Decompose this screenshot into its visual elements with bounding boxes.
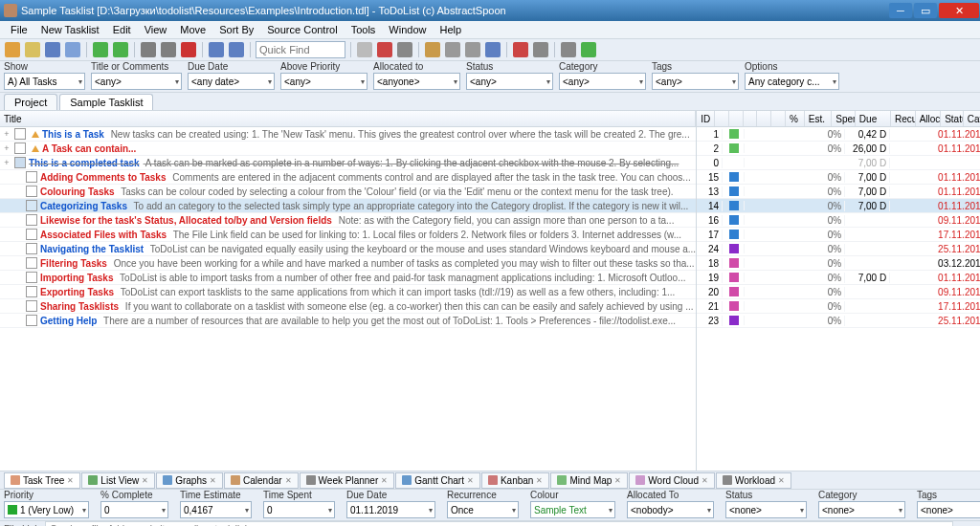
- new-task-icon[interactable]: [93, 42, 108, 57]
- file-link-input[interactable]: [45, 521, 953, 526]
- task-detail-row[interactable]: 10%0,42 D01.11.2019: [697, 127, 980, 142]
- task-row[interactable]: Likewise for the task's Status, Allocate…: [0, 213, 696, 228]
- view-tab-calendar[interactable]: Calendar✕: [224, 472, 299, 489]
- minimize-button[interactable]: ─: [889, 3, 912, 18]
- field-due[interactable]: 01.11.2019: [346, 501, 435, 518]
- task-checkbox[interactable]: [26, 229, 37, 240]
- edit-icon[interactable]: [141, 42, 156, 57]
- task-checkbox[interactable]: [14, 142, 26, 154]
- col-blank[interactable]: [715, 111, 729, 126]
- close-view-icon[interactable]: ✕: [142, 476, 148, 485]
- col-blank[interactable]: [744, 111, 758, 126]
- view-tab-week-planner[interactable]: Week Planner✕: [300, 472, 395, 489]
- task-detail-row[interactable]: 20%26,00 D01.11.2019: [697, 142, 980, 156]
- field-priority[interactable]: 1 (Very Low): [4, 501, 89, 518]
- task-row[interactable]: Getting Help There are a number of resou…: [0, 314, 696, 328]
- close-view-icon[interactable]: ✕: [285, 476, 292, 485]
- task-row[interactable]: Adding Comments to Tasks Comments are en…: [0, 170, 696, 185]
- task-checkbox[interactable]: [26, 186, 37, 197]
- view-tab-task-tree[interactable]: Task Tree✕: [4, 472, 80, 489]
- menu-window[interactable]: Window: [382, 23, 433, 36]
- col-id[interactable]: ID: [697, 111, 715, 126]
- menu-sort-by[interactable]: Sort By: [212, 23, 260, 36]
- task-detail-row[interactable]: 140%7,00 D01.11.2019: [697, 199, 980, 213]
- toggle-icon[interactable]: [445, 42, 460, 57]
- task-row[interactable]: Exporting Tasks ToDoList can export task…: [0, 285, 696, 299]
- expand-icon[interactable]: +: [2, 129, 11, 139]
- filter-title[interactable]: <any>: [91, 73, 182, 90]
- col-blank[interactable]: [771, 111, 786, 126]
- task-detail-row[interactable]: 240%25.11.2019: [697, 242, 980, 256]
- task-checkbox[interactable]: [26, 243, 37, 254]
- close-view-icon[interactable]: ✕: [614, 476, 621, 485]
- col-due[interactable]: Due: [856, 111, 891, 126]
- menu-source-control[interactable]: Source Control: [260, 23, 344, 36]
- task-checkbox[interactable]: [26, 315, 37, 326]
- filter-opt[interactable]: Any category c...: [745, 73, 839, 90]
- task-checkbox[interactable]: [26, 214, 37, 226]
- menu-tools[interactable]: Tools: [345, 23, 383, 36]
- filter-prio[interactable]: <any>: [280, 73, 368, 90]
- redo-icon[interactable]: [229, 42, 244, 57]
- field-recur[interactable]: Once: [447, 501, 519, 518]
- undo-icon[interactable]: [209, 42, 224, 57]
- view-tab-kanban[interactable]: Kanban✕: [481, 472, 549, 489]
- find-icon[interactable]: [357, 42, 372, 57]
- field-est[interactable]: 0,4167: [180, 501, 252, 518]
- print-icon[interactable]: [465, 42, 480, 57]
- task-detail-row[interactable]: 230%25.11.2019: [697, 314, 980, 328]
- save-icon[interactable]: [45, 42, 60, 57]
- task-detail-row[interactable]: 150%7,00 D01.11.2019: [697, 170, 980, 185]
- task-row[interactable]: Colouring Tasks Tasks can be colour code…: [0, 185, 696, 199]
- filter-status[interactable]: <any>: [466, 73, 553, 90]
- field-cat[interactable]: <none>: [818, 501, 905, 518]
- flag-icon[interactable]: [513, 42, 528, 57]
- view-tab-word-cloud[interactable]: Word Cloud✕: [629, 472, 715, 489]
- task-checkbox[interactable]: [26, 171, 37, 183]
- task-detail-row[interactable]: 180%03.12.2019: [697, 256, 980, 271]
- field-spent[interactable]: 0: [263, 501, 335, 518]
- view-tab-mind-map[interactable]: Mind Map✕: [550, 472, 628, 489]
- task-checkbox[interactable]: [26, 272, 37, 283]
- task-row[interactable]: +This is a Task New tasks can be created…: [0, 127, 696, 142]
- field-tags[interactable]: <none>: [917, 501, 980, 518]
- close-view-icon[interactable]: ✕: [778, 476, 785, 485]
- filter-cat[interactable]: <any>: [559, 73, 646, 90]
- column-icon[interactable]: [425, 42, 440, 57]
- close-view-icon[interactable]: ✕: [67, 476, 74, 485]
- col-recurs[interactable]: Recurs: [891, 111, 916, 126]
- quick-find-input[interactable]: [256, 41, 345, 58]
- col-alloc[interactable]: Alloc To: [916, 111, 942, 126]
- task-checkbox[interactable]: [26, 257, 37, 269]
- task-detail-row[interactable]: 130%7,00 D01.11.2019: [697, 185, 980, 199]
- close-view-icon[interactable]: ✕: [381, 476, 388, 485]
- task-detail-row[interactable]: 160%09.11.2019: [697, 213, 980, 228]
- col-spent[interactable]: Spent: [832, 111, 856, 126]
- view-tab-list-view[interactable]: List View✕: [81, 472, 155, 489]
- task-row[interactable]: Associated Files with Tasks The File Lin…: [0, 228, 696, 242]
- maximize-button[interactable]: ▭: [914, 3, 937, 18]
- col-title[interactable]: Title: [0, 111, 696, 126]
- new-subtask-icon[interactable]: [113, 42, 128, 57]
- delete-icon[interactable]: [181, 42, 196, 57]
- field-colour[interactable]: Sample Text: [530, 501, 615, 518]
- menu-move[interactable]: Move: [173, 23, 212, 36]
- filter-show[interactable]: A) All Tasks: [4, 73, 85, 90]
- save-all-icon[interactable]: [65, 42, 80, 57]
- tab-project[interactable]: Project: [4, 94, 57, 110]
- expand-icon[interactable]: +: [2, 143, 11, 153]
- field-alloc[interactable]: <nobody>: [627, 501, 714, 518]
- close-view-icon[interactable]: ✕: [536, 476, 543, 485]
- sort-icon[interactable]: [397, 42, 412, 57]
- task-row[interactable]: Filtering Tasks Once you have been worki…: [0, 256, 696, 271]
- task-checkbox[interactable]: [14, 157, 26, 168]
- tab-sample-tasklist[interactable]: Sample Tasklist: [59, 94, 153, 110]
- close-view-icon[interactable]: ✕: [467, 476, 474, 485]
- col-est[interactable]: Est.: [805, 111, 832, 126]
- col-cat[interactable]: Cat.: [964, 111, 980, 126]
- view-tab-graphs[interactable]: Graphs✕: [156, 472, 223, 489]
- menu-file[interactable]: File: [4, 23, 34, 36]
- task-detail-row[interactable]: 190%7,00 D01.11.2019: [697, 271, 980, 285]
- task-row[interactable]: Sharing Tasklists If you want to collabo…: [0, 299, 696, 314]
- options-icon[interactable]: [561, 42, 576, 57]
